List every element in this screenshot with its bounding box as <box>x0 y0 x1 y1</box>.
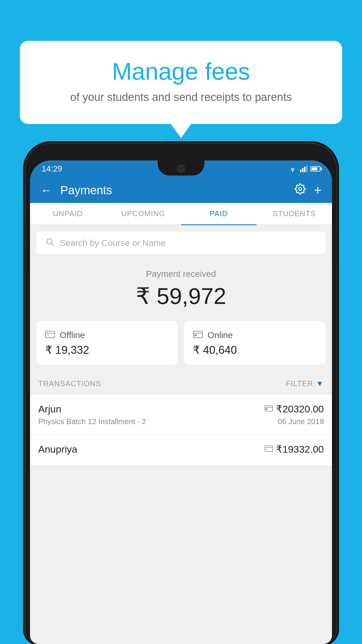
offline-card-icon <box>45 330 55 340</box>
payment-received-label: Payment received <box>30 269 332 279</box>
search-placeholder: Search by Course or Name <box>60 238 166 248</box>
app-header: ← Payments + <box>30 177 332 203</box>
transaction-course: Physics Batch 12 Installment - 2 <box>38 417 146 426</box>
battery-icon <box>310 166 320 172</box>
filter-label: FILTER <box>286 379 313 388</box>
transaction-name: Anupriya <box>38 444 77 455</box>
tab-unpaid[interactable]: UNPAID <box>30 203 106 225</box>
search-icon <box>45 237 55 249</box>
transaction-date: 06 June 2019 <box>278 417 324 426</box>
payment-received-amount: ₹ 59,972 <box>30 283 332 309</box>
tabs-bar: UNPAID UPCOMING PAID STUDENTS <box>30 203 332 225</box>
online-payment-card: Online ₹ 40,640 <box>184 321 326 365</box>
transaction-bottom: Physics Batch 12 Installment - 2 06 June… <box>38 417 324 426</box>
svg-rect-1 <box>300 170 301 172</box>
transaction-name: Arjun <box>38 403 61 415</box>
transactions-header: TRANSACTIONS FILTER ▼ <box>30 373 332 394</box>
svg-rect-2 <box>302 168 303 172</box>
svg-rect-4 <box>306 166 307 172</box>
status-icons <box>288 166 320 172</box>
wifi-icon <box>288 166 297 172</box>
signal-icon <box>300 166 307 172</box>
camera <box>177 164 185 173</box>
svg-rect-13 <box>194 334 196 336</box>
transaction-row[interactable]: Anupriya ₹19332.00 <box>30 435 332 466</box>
filter-icon: ▼ <box>316 379 324 388</box>
offline-card-type: Offline <box>60 330 85 340</box>
svg-point-5 <box>299 188 302 190</box>
online-card-type: Online <box>208 330 233 340</box>
settings-button[interactable] <box>295 183 306 197</box>
header-icons: + <box>295 183 321 197</box>
bubble-title: Manage fees <box>43 58 319 85</box>
transaction-top: Anupriya ₹19332.00 <box>38 443 324 455</box>
offline-card-amount: ₹ 19,332 <box>45 344 169 356</box>
bubble-subtitle: of your students and send receipts to pa… <box>43 91 319 104</box>
filter-button[interactable]: FILTER ▼ <box>286 379 324 388</box>
transaction-card-icon <box>264 404 273 414</box>
payment-received-section: Payment received ₹ 59,972 <box>30 254 332 321</box>
transaction-amount: ₹19332.00 <box>276 443 324 455</box>
main-content: Search by Course or Name Payment receive… <box>30 225 332 644</box>
transaction-top: Arjun ₹20320.00 <box>38 403 324 415</box>
transaction-amount-wrap: ₹20320.00 <box>264 403 324 415</box>
payment-cards: Offline ₹ 19,332 Online <box>30 321 332 373</box>
svg-rect-17 <box>265 446 273 452</box>
svg-rect-11 <box>194 331 203 337</box>
transaction-amount-wrap: ₹19332.00 <box>264 443 324 455</box>
transaction-row[interactable]: Arjun ₹20320.00 Physics Batch 1 <box>30 394 332 435</box>
notch <box>158 160 204 176</box>
offline-payment-card: Offline ₹ 19,332 <box>36 321 178 365</box>
volume-down-button <box>25 248 27 271</box>
svg-point-0 <box>292 171 293 172</box>
volume-up-button <box>25 219 27 242</box>
svg-rect-16 <box>266 408 268 410</box>
offline-card-header: Offline <box>45 330 169 340</box>
transaction-offline-icon <box>264 444 273 454</box>
transactions-label: TRANSACTIONS <box>38 379 101 388</box>
back-button[interactable]: ← <box>41 184 52 197</box>
header-title: Payments <box>60 184 295 197</box>
add-button[interactable]: + <box>314 183 321 197</box>
search-bar[interactable]: Search by Course or Name <box>36 232 326 254</box>
svg-point-6 <box>47 239 52 244</box>
svg-rect-3 <box>304 167 305 172</box>
phone-frame: 14:29 <box>25 143 337 644</box>
power-button <box>335 230 337 262</box>
tab-upcoming[interactable]: UPCOMING <box>106 203 181 225</box>
tab-paid[interactable]: PAID <box>181 203 256 225</box>
online-card-amount: ₹ 40,640 <box>193 344 317 356</box>
online-card-header: Online <box>193 330 317 340</box>
svg-line-7 <box>52 244 54 246</box>
phone-screen: 14:29 <box>30 160 332 644</box>
speech-bubble-container: Manage fees of your students and send re… <box>20 41 342 124</box>
speech-bubble: Manage fees of your students and send re… <box>20 41 342 124</box>
svg-rect-14 <box>265 406 273 411</box>
status-time: 14:29 <box>42 164 62 174</box>
online-card-icon <box>193 330 203 340</box>
transaction-amount: ₹20320.00 <box>276 403 324 415</box>
svg-rect-8 <box>46 331 55 337</box>
tab-students[interactable]: STUDENTS <box>256 203 332 225</box>
